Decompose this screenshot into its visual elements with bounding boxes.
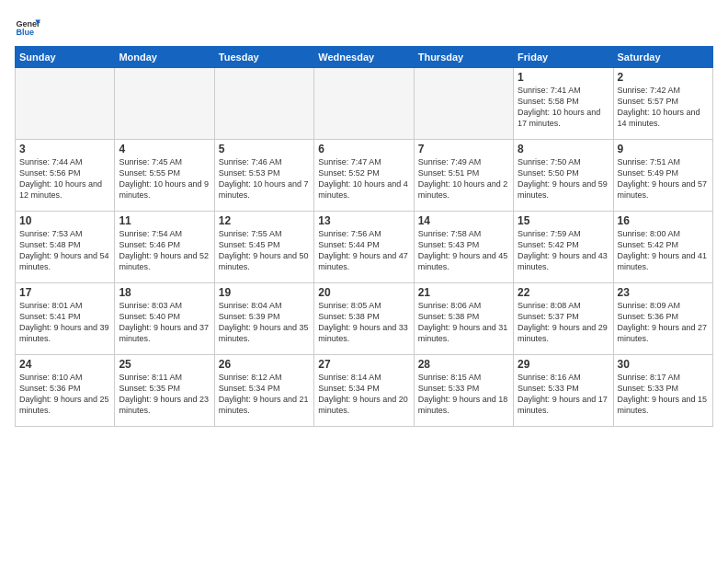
day-info: Sunrise: 8:11 AMSunset: 5:35 PMDaylight:…	[119, 372, 210, 417]
day-number: 17	[19, 286, 110, 299]
day-number: 21	[418, 286, 509, 299]
calendar-cell: 10 Sunrise: 7:53 AMSunset: 5:48 PMDaylig…	[16, 212, 115, 283]
day-info: Sunrise: 7:58 AMSunset: 5:43 PMDaylight:…	[418, 228, 509, 273]
day-info: Sunrise: 8:04 AMSunset: 5:39 PMDaylight:…	[219, 300, 310, 345]
calendar-cell: 8 Sunrise: 7:50 AMSunset: 5:50 PMDayligh…	[514, 140, 613, 212]
day-info: Sunrise: 8:15 AMSunset: 5:33 PMDaylight:…	[418, 372, 509, 417]
day-info: Sunrise: 8:10 AMSunset: 5:36 PMDaylight:…	[19, 372, 110, 417]
day-info: Sunrise: 7:45 AMSunset: 5:55 PMDaylight:…	[119, 156, 210, 201]
calendar-cell	[214, 68, 313, 140]
day-info: Sunrise: 7:51 AMSunset: 5:49 PMDaylight:…	[618, 156, 709, 201]
calendar-cell: 9 Sunrise: 7:51 AMSunset: 5:49 PMDayligh…	[613, 140, 712, 212]
day-number: 20	[318, 286, 409, 299]
calendar-cell: 18 Sunrise: 8:03 AMSunset: 5:40 PMDaylig…	[115, 283, 214, 355]
day-info: Sunrise: 8:16 AMSunset: 5:33 PMDaylight:…	[518, 372, 609, 417]
calendar-cell: 17 Sunrise: 8:01 AMSunset: 5:41 PMDaylig…	[16, 283, 115, 355]
day-number: 12	[219, 214, 310, 227]
day-info: Sunrise: 7:49 AMSunset: 5:51 PMDaylight:…	[418, 156, 509, 201]
calendar-week-row: 10 Sunrise: 7:53 AMSunset: 5:48 PMDaylig…	[16, 212, 713, 283]
day-info: Sunrise: 7:50 AMSunset: 5:50 PMDaylight:…	[518, 156, 609, 201]
calendar-cell	[314, 68, 414, 140]
day-number: 27	[318, 358, 409, 371]
day-number: 24	[19, 358, 110, 371]
day-number: 22	[518, 286, 609, 299]
day-number: 11	[119, 214, 210, 227]
day-info: Sunrise: 8:08 AMSunset: 5:37 PMDaylight:…	[518, 300, 609, 345]
calendar-week-row: 24 Sunrise: 8:10 AMSunset: 5:36 PMDaylig…	[16, 355, 713, 427]
day-number: 25	[119, 358, 210, 371]
col-header-friday: Friday	[514, 47, 613, 68]
svg-text:Blue: Blue	[16, 28, 34, 37]
calendar-cell: 21 Sunrise: 8:06 AMSunset: 5:38 PMDaylig…	[414, 283, 513, 355]
calendar-cell: 25 Sunrise: 8:11 AMSunset: 5:35 PMDaylig…	[115, 355, 214, 427]
calendar-cell: 4 Sunrise: 7:45 AMSunset: 5:55 PMDayligh…	[115, 140, 214, 212]
calendar-cell	[16, 68, 115, 140]
calendar-cell: 16 Sunrise: 8:00 AMSunset: 5:42 PMDaylig…	[613, 212, 712, 283]
day-number: 3	[19, 143, 110, 155]
calendar-cell: 1 Sunrise: 7:41 AMSunset: 5:58 PMDayligh…	[514, 68, 613, 140]
calendar-cell: 26 Sunrise: 8:12 AMSunset: 5:34 PMDaylig…	[214, 355, 313, 427]
day-info: Sunrise: 7:46 AMSunset: 5:53 PMDaylight:…	[219, 156, 310, 201]
calendar-week-row: 3 Sunrise: 7:44 AMSunset: 5:56 PMDayligh…	[16, 140, 713, 212]
calendar-week-row: 17 Sunrise: 8:01 AMSunset: 5:41 PMDaylig…	[16, 283, 713, 355]
calendar-cell	[414, 68, 513, 140]
calendar-page: General Blue SundayMondayTuesdayWednesda…	[0, 0, 728, 438]
day-number: 19	[219, 286, 310, 299]
day-number: 15	[518, 214, 609, 227]
col-header-tuesday: Tuesday	[214, 47, 313, 68]
calendar-cell: 29 Sunrise: 8:16 AMSunset: 5:33 PMDaylig…	[514, 355, 613, 427]
day-info: Sunrise: 8:03 AMSunset: 5:40 PMDaylight:…	[119, 300, 210, 345]
calendar-cell: 30 Sunrise: 8:17 AMSunset: 5:33 PMDaylig…	[613, 355, 712, 427]
calendar-cell: 2 Sunrise: 7:42 AMSunset: 5:57 PMDayligh…	[613, 68, 712, 140]
day-number: 30	[618, 358, 709, 371]
day-info: Sunrise: 8:06 AMSunset: 5:38 PMDaylight:…	[418, 300, 509, 345]
day-number: 2	[618, 71, 709, 84]
day-info: Sunrise: 8:12 AMSunset: 5:34 PMDaylight:…	[219, 372, 310, 417]
day-info: Sunrise: 7:47 AMSunset: 5:52 PMDaylight:…	[318, 156, 409, 201]
calendar-cell: 19 Sunrise: 8:04 AMSunset: 5:39 PMDaylig…	[214, 283, 313, 355]
calendar-cell: 22 Sunrise: 8:08 AMSunset: 5:37 PMDaylig…	[514, 283, 613, 355]
day-number: 6	[318, 143, 409, 155]
day-number: 9	[618, 143, 709, 155]
day-number: 16	[618, 214, 709, 227]
calendar-cell: 11 Sunrise: 7:54 AMSunset: 5:46 PMDaylig…	[115, 212, 214, 283]
day-number: 10	[19, 214, 110, 227]
day-info: Sunrise: 7:59 AMSunset: 5:42 PMDaylight:…	[518, 228, 609, 273]
calendar-cell: 12 Sunrise: 7:55 AMSunset: 5:45 PMDaylig…	[214, 212, 313, 283]
col-header-monday: Monday	[115, 47, 214, 68]
col-header-saturday: Saturday	[613, 47, 712, 68]
day-number: 29	[518, 358, 609, 371]
day-number: 7	[418, 143, 509, 155]
day-info: Sunrise: 7:53 AMSunset: 5:48 PMDaylight:…	[19, 228, 110, 273]
calendar-cell: 15 Sunrise: 7:59 AMSunset: 5:42 PMDaylig…	[514, 212, 613, 283]
calendar-cell: 20 Sunrise: 8:05 AMSunset: 5:38 PMDaylig…	[314, 283, 414, 355]
day-info: Sunrise: 7:41 AMSunset: 5:58 PMDaylight:…	[518, 85, 609, 130]
day-number: 13	[318, 214, 409, 227]
calendar-cell: 28 Sunrise: 8:15 AMSunset: 5:33 PMDaylig…	[414, 355, 513, 427]
calendar-header-row: SundayMondayTuesdayWednesdayThursdayFrid…	[16, 47, 713, 68]
col-header-wednesday: Wednesday	[314, 47, 414, 68]
calendar-week-row: 1 Sunrise: 7:41 AMSunset: 5:58 PMDayligh…	[16, 68, 713, 140]
calendar-cell: 24 Sunrise: 8:10 AMSunset: 5:36 PMDaylig…	[16, 355, 115, 427]
header: General Blue	[15, 11, 713, 40]
day-number: 23	[618, 286, 709, 299]
day-number: 14	[418, 214, 509, 227]
day-info: Sunrise: 7:54 AMSunset: 5:46 PMDaylight:…	[119, 228, 210, 273]
day-info: Sunrise: 8:01 AMSunset: 5:41 PMDaylight:…	[19, 300, 110, 345]
day-info: Sunrise: 8:14 AMSunset: 5:34 PMDaylight:…	[318, 372, 409, 417]
col-header-sunday: Sunday	[16, 47, 115, 68]
logo-icon: General Blue	[15, 15, 40, 40]
day-number: 4	[119, 143, 210, 155]
calendar-cell: 7 Sunrise: 7:49 AMSunset: 5:51 PMDayligh…	[414, 140, 513, 212]
calendar-cell: 14 Sunrise: 7:58 AMSunset: 5:43 PMDaylig…	[414, 212, 513, 283]
day-info: Sunrise: 8:00 AMSunset: 5:42 PMDaylight:…	[618, 228, 709, 273]
calendar-table: SundayMondayTuesdayWednesdayThursdayFrid…	[15, 46, 713, 427]
day-number: 18	[119, 286, 210, 299]
day-info: Sunrise: 8:17 AMSunset: 5:33 PMDaylight:…	[618, 372, 709, 417]
day-number: 1	[518, 71, 609, 84]
calendar-cell: 27 Sunrise: 8:14 AMSunset: 5:34 PMDaylig…	[314, 355, 414, 427]
day-info: Sunrise: 8:05 AMSunset: 5:38 PMDaylight:…	[318, 300, 409, 345]
day-info: Sunrise: 7:56 AMSunset: 5:44 PMDaylight:…	[318, 228, 409, 273]
calendar-cell: 23 Sunrise: 8:09 AMSunset: 5:36 PMDaylig…	[613, 283, 712, 355]
day-number: 26	[219, 358, 310, 371]
